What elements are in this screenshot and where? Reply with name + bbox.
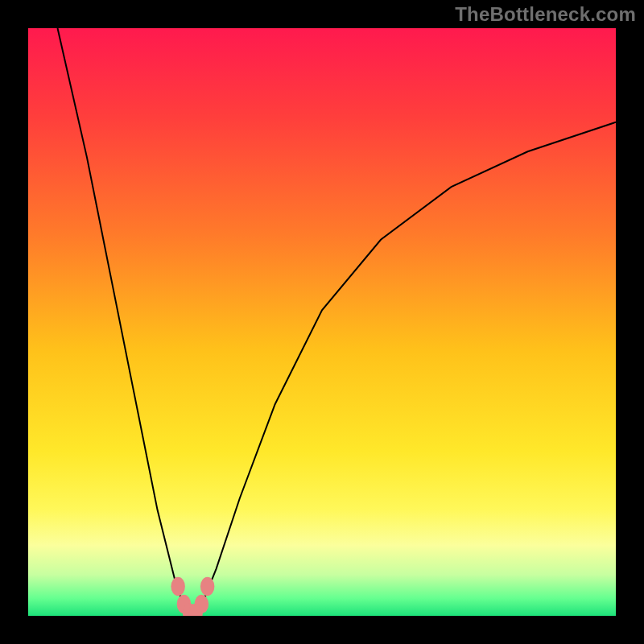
curve-layer (28, 28, 616, 616)
threshold-markers (171, 577, 214, 616)
threshold-marker (171, 577, 185, 596)
plot-area (28, 28, 616, 616)
threshold-marker (200, 577, 215, 596)
watermark-text: TheBottleneck.com (455, 3, 636, 26)
curve-right-branch (192, 122, 616, 616)
threshold-marker (195, 595, 209, 613)
chart-frame: TheBottleneck.com (0, 0, 644, 644)
curve-left-branch (58, 28, 193, 616)
